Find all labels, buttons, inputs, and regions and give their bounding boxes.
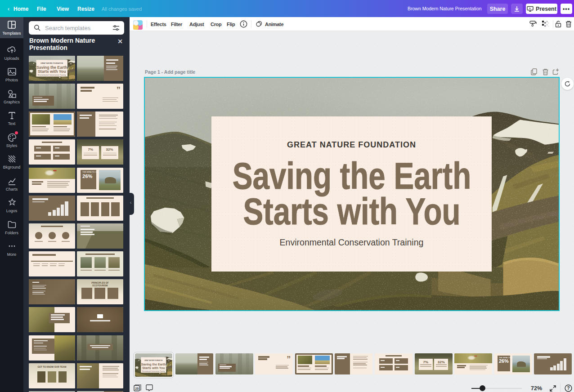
svg-text:25: 25 <box>135 387 139 390</box>
svg-text:?: ? <box>567 386 570 391</box>
